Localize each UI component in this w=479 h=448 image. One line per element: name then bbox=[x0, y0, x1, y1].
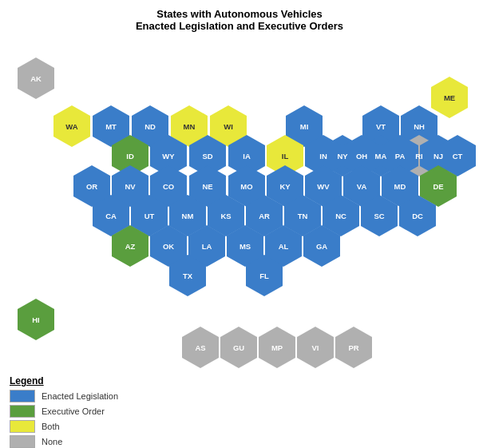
legend-label: Enacted Legislation bbox=[42, 391, 118, 401]
hex-state-pr: PR bbox=[335, 327, 372, 368]
hex-state-tx: TX bbox=[169, 255, 206, 296]
hex-state-vi: VI bbox=[297, 327, 334, 368]
hex-state-mp: MP bbox=[259, 327, 295, 368]
title-area: States with Autonomous Vehicles Enacted … bbox=[0, 0, 479, 35]
legend-title: Legend bbox=[10, 375, 469, 387]
hex-state-hi: HI bbox=[18, 299, 54, 340]
legend-item: Enacted Legislation bbox=[10, 390, 469, 402]
page-container: States with Autonomous Vehicles Enacted … bbox=[0, 0, 479, 448]
hex-state-wa: WA bbox=[53, 105, 90, 147]
legend-color-box bbox=[10, 390, 35, 402]
legend-item: None bbox=[10, 435, 469, 448]
legend: Legend Enacted LegislationExecutive Orde… bbox=[0, 371, 479, 448]
legend-label: Both bbox=[42, 422, 60, 431]
legend-label: Executive Order bbox=[42, 406, 105, 416]
hex-state-gu: GU bbox=[220, 327, 257, 368]
map-container: AKMEWAMTNDMNWIMIVTNHNYMARIIDWYSDIAILINOH… bbox=[0, 35, 479, 371]
legend-item: Both bbox=[10, 420, 469, 433]
hex-state-fl: FL bbox=[246, 255, 283, 296]
legend-color-box bbox=[10, 405, 35, 418]
title-line1: States with Autonomous Vehicles bbox=[0, 8, 479, 20]
legend-item: Executive Order bbox=[10, 405, 469, 418]
hex-state-ga: GA bbox=[303, 225, 340, 267]
legend-color-box bbox=[10, 420, 35, 433]
hex-state-dc: DC bbox=[399, 195, 436, 236]
legend-label: None bbox=[42, 437, 62, 446]
title-line2: Enacted Legislation and Executive Orders bbox=[0, 20, 479, 32]
hex-state-as: AS bbox=[182, 327, 219, 368]
hex-state-sc: SC bbox=[361, 195, 398, 236]
hex-state-ak: AK bbox=[18, 57, 54, 99]
legend-color-box bbox=[10, 435, 35, 448]
hex-state-az: AZ bbox=[112, 225, 148, 267]
